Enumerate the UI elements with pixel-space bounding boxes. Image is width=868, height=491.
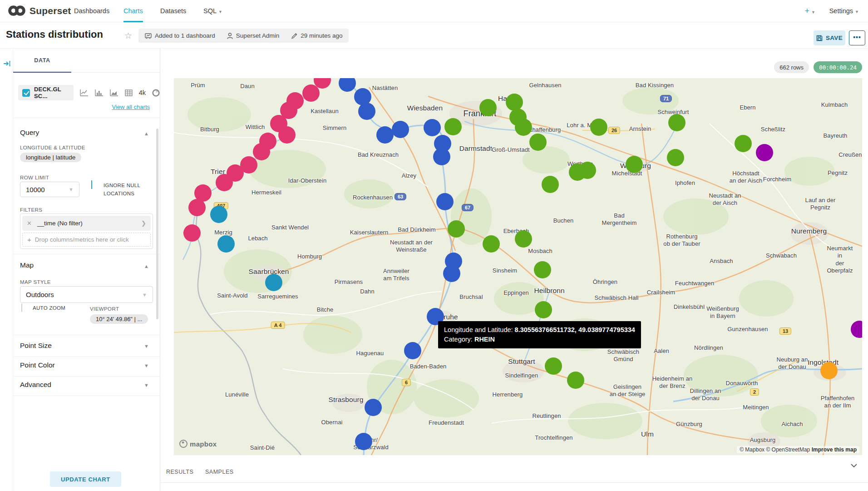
improve-map-link[interactable]: Improve this map bbox=[812, 446, 857, 453]
deckgl-scatter-map[interactable]: PrümDaunNastättenGelnhausenBad Kissingen… bbox=[174, 78, 862, 455]
map-point-green[interactable] bbox=[483, 235, 500, 253]
meta-item-2[interactable]: 29 minutes ago bbox=[291, 32, 342, 39]
superset-logo[interactable]: Superset bbox=[7, 5, 71, 17]
save-button[interactable]: SAVE bbox=[814, 30, 845, 45]
osm-attribution-link[interactable]: © OpenStreetMap bbox=[766, 446, 810, 453]
map-point-blue[interactable] bbox=[358, 103, 375, 120]
map-point-blue[interactable] bbox=[392, 121, 409, 138]
map-point-blue[interactable] bbox=[355, 433, 372, 450]
auto-zoom-checkbox[interactable] bbox=[21, 303, 22, 312]
map-point-blue[interactable] bbox=[436, 193, 454, 210]
viewport-value-chip[interactable]: 10° 24' 49.86" | ... bbox=[90, 314, 148, 324]
view-all-charts-link[interactable]: View all charts bbox=[112, 104, 150, 110]
map-point-blue[interactable] bbox=[424, 119, 441, 136]
map-point-green[interactable] bbox=[590, 119, 607, 136]
favorite-star-icon[interactable]: ☆ bbox=[124, 30, 132, 41]
table-icon[interactable] bbox=[125, 89, 133, 96]
map-point-purple[interactable] bbox=[756, 144, 773, 161]
viz-selected-checkbox[interactable] bbox=[22, 89, 30, 97]
map-point-pink[interactable] bbox=[253, 143, 270, 160]
map-point-green[interactable] bbox=[567, 372, 584, 389]
map-point-green[interactable] bbox=[529, 134, 547, 151]
filter-chip-time[interactable]: ✕ __time (No filter) ❯ bbox=[22, 216, 151, 231]
nav-item-sql[interactable]: SQL▼ bbox=[203, 0, 222, 22]
update-chart-button[interactable]: UPDATE CHART bbox=[50, 471, 121, 487]
map-point-pink[interactable] bbox=[278, 126, 296, 144]
map-point-green[interactable] bbox=[569, 164, 586, 181]
lonlat-value-chip[interactable]: longitude | latitude bbox=[20, 153, 81, 162]
divider bbox=[13, 376, 160, 377]
map-point-green[interactable] bbox=[535, 301, 552, 318]
chevron-down-icon[interactable] bbox=[851, 461, 857, 470]
map-point-blue[interactable] bbox=[376, 126, 394, 144]
mapbox-attribution-link[interactable]: © Mapbox bbox=[740, 446, 764, 453]
map-point-green[interactable] bbox=[479, 99, 497, 116]
nav-item-dashboards[interactable]: Dashboards bbox=[74, 0, 109, 22]
map-point-green[interactable] bbox=[626, 156, 643, 173]
map-point-green[interactable] bbox=[444, 118, 462, 135]
expand-panel-toggle-icon[interactable] bbox=[3, 60, 10, 69]
map-point-blue[interactable] bbox=[433, 148, 450, 165]
viz-type-selected[interactable]: DECK.GL SC... bbox=[18, 85, 74, 100]
divider bbox=[13, 357, 160, 357]
settings-menu[interactable]: Settings▼ bbox=[829, 0, 859, 22]
tab-data[interactable]: DATA bbox=[13, 49, 71, 73]
new-item-button[interactable]: +▼ bbox=[805, 0, 815, 22]
brand-name: Superset bbox=[30, 5, 71, 16]
map-point-pink[interactable] bbox=[302, 84, 320, 102]
tab-results[interactable]: RESULTS bbox=[166, 469, 193, 475]
nav-item-datasets[interactable]: Datasets bbox=[160, 0, 186, 22]
ignore-null-checkbox[interactable] bbox=[91, 180, 92, 189]
map-point-green[interactable] bbox=[515, 230, 532, 248]
filters-drop-zone[interactable]: + Drop columns/metrics here or click bbox=[22, 233, 151, 247]
chevron-up-icon[interactable]: ▲ bbox=[144, 263, 149, 269]
map-point-teal[interactable] bbox=[265, 274, 282, 291]
map-point-blue[interactable] bbox=[443, 265, 460, 282]
bar-chart-icon[interactable] bbox=[95, 89, 104, 96]
map-point-green[interactable] bbox=[506, 94, 523, 111]
tab-samples[interactable]: SAMPLES bbox=[205, 469, 234, 475]
map-point-green[interactable] bbox=[545, 357, 562, 375]
chart-header: Stations distribution ☆ Added to 1 dashb… bbox=[0, 22, 868, 49]
more-options-button[interactable]: ••• bbox=[849, 30, 865, 45]
map-style-label: MAP STYLE bbox=[20, 279, 51, 285]
map-point-blue[interactable] bbox=[404, 342, 421, 359]
remove-filter-icon[interactable]: ✕ bbox=[27, 220, 32, 227]
line-chart-icon[interactable] bbox=[80, 89, 89, 96]
panel-tabs: DATA bbox=[13, 49, 160, 73]
section-point-color[interactable]: Point Color bbox=[20, 361, 55, 369]
map-point-green[interactable] bbox=[667, 149, 684, 166]
mapbox-logo[interactable]: mapbox bbox=[179, 440, 217, 448]
chevron-down-icon[interactable]: ▼ bbox=[144, 382, 149, 388]
map-point-pink[interactable] bbox=[216, 174, 233, 191]
map-point-green[interactable] bbox=[515, 119, 532, 136]
map-point-green[interactable] bbox=[448, 220, 465, 238]
meta-item-label: Added to 1 dashboard bbox=[155, 32, 215, 39]
row-count-badge: 662 rows bbox=[774, 61, 809, 73]
donut-chart-icon[interactable] bbox=[152, 89, 160, 97]
section-point-size[interactable]: Point Size bbox=[20, 342, 52, 350]
map-point-green[interactable] bbox=[668, 114, 686, 131]
chevron-down-icon[interactable]: ▼ bbox=[144, 343, 149, 349]
chevron-down-icon[interactable]: ▼ bbox=[144, 363, 149, 368]
map-point-pink[interactable] bbox=[188, 199, 206, 216]
map-point-blue[interactable] bbox=[365, 399, 382, 416]
area-chart-icon[interactable] bbox=[110, 89, 118, 96]
map-point-green[interactable] bbox=[542, 176, 559, 193]
row-limit-select[interactable]: 10000▼ bbox=[20, 182, 79, 197]
map-point-teal[interactable] bbox=[217, 235, 235, 253]
viz-more-count[interactable]: 4k bbox=[139, 89, 146, 96]
map-point-pink[interactable] bbox=[183, 224, 201, 242]
map-point-green[interactable] bbox=[735, 135, 752, 152]
map-point-orange[interactable] bbox=[820, 362, 838, 379]
map-style-select[interactable]: Outdoors▼ bbox=[20, 286, 153, 303]
map-point-teal[interactable] bbox=[210, 206, 227, 223]
section-advanced[interactable]: Advanced bbox=[20, 381, 51, 389]
map-point-green[interactable] bbox=[534, 261, 551, 278]
viz-type-label: DECK.GL SC... bbox=[34, 86, 68, 99]
south-panel: RESULTSSAMPLES bbox=[161, 459, 868, 491]
meta-item-0: Added to 1 dashboard bbox=[145, 32, 215, 39]
panel-scrollbar[interactable] bbox=[156, 129, 158, 319]
nav-item-charts[interactable]: Charts bbox=[123, 0, 143, 22]
chevron-up-icon[interactable]: ▲ bbox=[144, 131, 149, 136]
